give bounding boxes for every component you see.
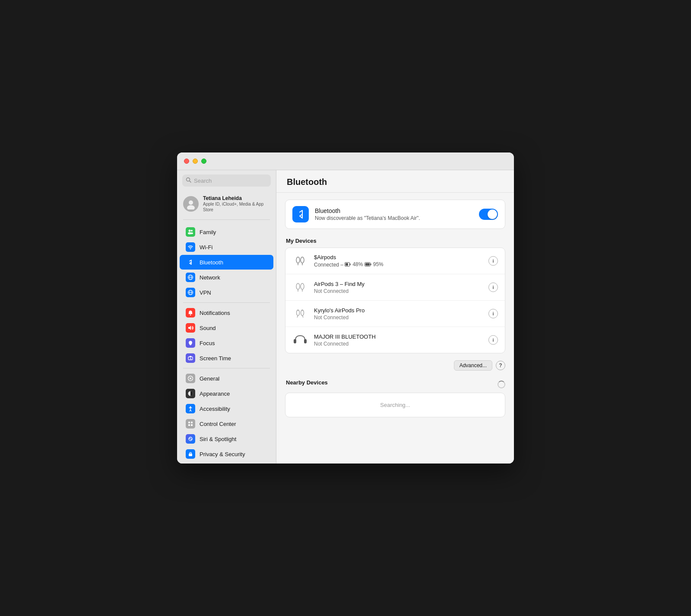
close-button[interactable] [184,159,189,164]
major3-info-button[interactable]: i [488,335,498,345]
airpods-status: Connected – 48% [314,261,482,268]
svg-line-50 [302,315,303,318]
sidebar-item-screentime[interactable]: Screen Time [180,351,273,365]
title-bar [177,152,514,170]
sidebar-label-appearance: Appearance [200,391,230,397]
sidebar-label-wifi: Wi-Fi [200,244,212,251]
sidebar-divider-3 [183,368,270,368]
svg-rect-32 [189,454,192,456]
svg-point-3 [187,205,195,210]
svg-rect-54 [304,339,307,343]
sidebar-item-controlcenter[interactable]: Control Center [180,416,273,431]
svg-line-1 [190,181,191,182]
content-area: Search Tetiana Leheida Apple ID, iCloud+… [177,170,514,464]
kyrylo-icon [292,306,308,321]
svg-point-0 [187,178,190,181]
svg-rect-18 [190,356,191,357]
kyrylo-info: Kyrylo's AirPods Pro Not Connected [314,307,482,321]
controlcenter-icon [186,419,195,429]
bluetooth-card-icon [292,206,309,222]
kyrylo-status: Not Connected [314,314,482,321]
bluetooth-icon [186,257,195,267]
sidebar-item-siri[interactable]: Siri & Spotlight [180,432,273,446]
svg-point-2 [189,200,193,205]
svg-point-4 [189,230,191,232]
airpods-name: $Airpods [314,254,482,260]
svg-rect-29 [188,424,190,426]
airpods-battery-case: 95% [365,261,384,267]
panel-header: Bluetooth [276,170,514,193]
svg-point-7 [190,232,193,234]
svg-line-49 [297,315,298,318]
svg-point-21 [188,377,189,378]
nearby-devices-header: Nearby Devices [285,379,505,389]
help-button[interactable]: ? [496,361,505,370]
svg-point-43 [296,283,300,289]
major3-info: MAJOR III BLUETOOTH Not Connected [314,333,482,347]
svg-rect-28 [191,422,193,423]
svg-rect-38 [350,264,351,265]
sidebar-item-appearance[interactable]: Appearance [180,386,273,401]
sidebar-item-vpn[interactable]: VPN [180,285,273,300]
sidebar-item-general[interactable]: General [180,371,273,386]
focus-icon [186,338,195,348]
bluetooth-toggle-switch[interactable] [479,209,498,220]
sidebar-item-notifications[interactable]: Notifications [180,305,273,320]
svg-rect-27 [188,422,190,423]
major3-status: Not Connected [314,341,482,347]
general-icon [186,374,195,383]
sidebar-item-privacy[interactable]: Privacy & Security [180,447,273,461]
sidebar-label-notifications: Notifications [200,310,230,316]
searching-card: Searching... [285,393,505,417]
search-placeholder: Search [194,178,212,184]
main-panel: Bluetooth Bluetooth Now discoverable as … [276,170,514,464]
svg-point-15 [190,314,191,316]
my-devices-card: $Airpods Connected – 48% [285,248,505,353]
sidebar-item-bluetooth[interactable]: Bluetooth [180,255,273,270]
airpods3-icon [292,279,308,295]
sidebar-item-network[interactable]: Network [180,270,273,285]
siri-icon [186,434,195,444]
sidebar-label-screentime: Screen Time [200,355,231,362]
svg-point-33 [296,257,300,263]
screentime-icon [186,353,195,363]
family-icon [186,227,195,237]
airpods3-name: AirPods 3 – Find My [314,281,482,287]
sidebar-label-controlcenter: Control Center [200,421,236,427]
sidebar-item-accessibility[interactable]: Accessibility [180,401,273,416]
wifi-icon [186,242,195,252]
searching-spinner [498,381,505,388]
sidebar: Search Tetiana Leheida Apple ID, iCloud+… [177,170,276,464]
sidebar-item-wifi[interactable]: Wi-Fi [180,240,273,254]
airpods-status-text: Connected – [314,262,345,268]
avatar [183,196,199,212]
maximize-button[interactable] [201,159,206,164]
kyrylo-info-button[interactable]: i [488,309,498,318]
bluetooth-toggle-card: Bluetooth Now discoverable as "Tetiana's… [285,200,505,229]
svg-point-26 [190,406,191,408]
svg-rect-53 [294,339,296,343]
sidebar-item-focus[interactable]: Focus [180,336,273,350]
svg-point-44 [301,283,304,289]
svg-rect-30 [191,424,193,426]
svg-point-8 [190,248,191,249]
search-box[interactable]: Search [182,175,271,187]
airpods3-info-button[interactable]: i [488,283,498,292]
svg-rect-39 [346,263,348,266]
sidebar-divider-2 [183,302,270,303]
sidebar-item-family[interactable]: Family [180,225,273,239]
bluetooth-card-subtitle: Now discoverable as "Tetiana's MacBook A… [315,215,473,221]
advanced-button[interactable]: Advanced... [454,360,492,371]
bluetooth-card-text: Bluetooth Now discoverable as "Tetiana's… [315,207,473,221]
advanced-row: Advanced... ? [285,360,505,371]
sidebar-item-sound[interactable]: Sound [180,321,273,335]
appearance-icon [186,389,195,398]
sidebar-label-sound: Sound [200,325,216,331]
sidebar-label-general: General [200,375,219,382]
minimize-button[interactable] [193,159,198,164]
my-devices-label: My Devices [285,238,505,244]
airpods-info-button[interactable]: i [488,256,498,266]
svg-point-20 [190,378,191,379]
accessibility-icon [186,404,195,413]
user-section[interactable]: Tetiana Leheida Apple ID, iCloud+, Media… [177,191,276,217]
